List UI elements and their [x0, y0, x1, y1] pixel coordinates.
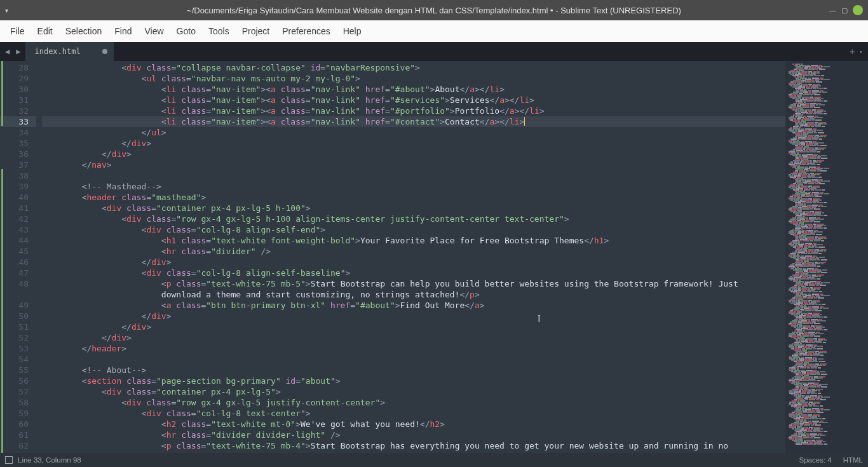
code-line[interactable]: <ul class="navbar-nav ms-auto my-2 my-lg… [42, 73, 785, 84]
minimap[interactable] [785, 61, 868, 453]
menu-tools[interactable]: Tools [202, 26, 236, 36]
history-back-icon[interactable]: ◀ [3, 47, 12, 56]
line-number: 51 [0, 321, 29, 332]
code-line[interactable]: <header class="masthead"> [42, 192, 785, 203]
minimize-button[interactable]: — [829, 6, 836, 14]
code-line[interactable]: <h1 class="text-white font-weight-bold">… [42, 235, 785, 246]
line-number: 41 [0, 203, 29, 213]
line-number: 47 [0, 267, 29, 278]
menu-edit[interactable]: Edit [31, 26, 59, 36]
menu-help[interactable]: Help [337, 26, 368, 36]
code-line[interactable]: <hr class="divider" /> [42, 246, 785, 257]
code-line[interactable]: <hr class="divider divider-light" /> [42, 430, 785, 440]
code-line[interactable] [42, 354, 785, 365]
line-number: 55 [0, 365, 29, 376]
code-line[interactable]: <div class="container px-4 px-lg-5 h-100… [42, 203, 785, 213]
line-number: 40 [0, 192, 29, 203]
line-number: 29 [0, 73, 29, 84]
close-button[interactable] [853, 5, 863, 15]
code-line[interactable]: </header> [42, 343, 785, 354]
code-line[interactable]: <p class="text-white-75 mb-5">Start Boot… [42, 278, 785, 289]
menu-bar: FileEditSelectionFindViewGotoToolsProjec… [0, 20, 868, 42]
menu-preferences[interactable]: Preferences [276, 26, 336, 36]
code-line[interactable]: <div class="row gx-4 gx-lg-5 h-100 align… [42, 213, 785, 224]
indent-setting[interactable]: Spaces: 4 [799, 456, 832, 464]
line-number: 42 [0, 213, 29, 224]
syntax-setting[interactable]: HTML [843, 456, 863, 464]
code-area[interactable]: <div class="collapse navbar-collapse" id… [37, 61, 785, 453]
code-line[interactable]: <li class="nav-item"><a class="nav-link"… [42, 84, 785, 95]
new-tab-icon[interactable]: + [850, 46, 855, 57]
menu-goto[interactable]: Goto [170, 26, 202, 36]
line-number: 54 [0, 354, 29, 365]
line-number: 36 [0, 149, 29, 159]
line-number-gutter: 2829303132333435363738394041424344454647… [0, 61, 37, 453]
code-line[interactable]: <div class="collapse navbar-collapse" id… [42, 62, 785, 73]
code-line[interactable]: </nav> [42, 159, 785, 170]
code-line[interactable]: </div> [42, 257, 785, 267]
code-line[interactable]: download a theme and start customizing, … [42, 289, 785, 300]
code-line[interactable]: <div class="col-lg-8 align-self-end"> [42, 224, 785, 235]
line-number: 28 [0, 62, 29, 73]
line-number: 39 [0, 181, 29, 192]
code-line[interactable]: </div> [42, 138, 785, 149]
code-line[interactable]: <!-- Masthead--> [42, 181, 785, 192]
line-number [0, 289, 29, 300]
line-number: 49 [0, 300, 29, 311]
code-line[interactable]: </div> [42, 149, 785, 159]
line-number: 58 [0, 397, 29, 408]
window-titlebar: ▾ ~/Documents/Eriga Syifaudin/Cara Membu… [0, 0, 868, 20]
line-number: 62 [0, 440, 29, 451]
line-number: 46 [0, 257, 29, 267]
code-line[interactable]: <div class="row gx-4 gx-lg-5 justify-con… [42, 397, 785, 408]
line-number: 48 [0, 278, 29, 289]
code-line[interactable]: <!-- About--> [42, 365, 785, 376]
line-number: 34 [0, 127, 29, 138]
code-line[interactable] [42, 170, 785, 181]
line-number: 60 [0, 419, 29, 430]
window-title: ~/Documents/Eriga Syifaudin/Cara Membuat… [56, 6, 812, 15]
maximize-button[interactable]: ▢ [841, 6, 848, 15]
code-line[interactable]: <a class="btn btn-primary btn-xl" href="… [42, 300, 785, 311]
code-line[interactable]: <div class="col-lg-8 text-center"> [42, 408, 785, 419]
history-forward-icon[interactable]: ▶ [13, 47, 23, 56]
code-line[interactable]: </div> [42, 332, 785, 343]
line-number: 45 [0, 246, 29, 257]
code-line[interactable]: <li class="nav-item"><a class="nav-link"… [42, 105, 785, 116]
line-number: 53 [0, 343, 29, 354]
tab-bar: ◀ ▶ index.html + ▾ [0, 42, 868, 61]
line-number: 30 [0, 84, 29, 95]
code-line[interactable]: <h2 class="text-white mt-0">We've got wh… [42, 419, 785, 430]
tab-index-html[interactable]: index.html [25, 42, 114, 61]
line-number: 35 [0, 138, 29, 149]
menu-find[interactable]: Find [108, 26, 138, 36]
code-line[interactable]: </div> [42, 321, 785, 332]
line-number: 50 [0, 311, 29, 321]
code-line[interactable]: <li class="nav-item"><a class="nav-link"… [42, 116, 785, 127]
menu-file[interactable]: File [4, 26, 31, 36]
text-cursor-icon: I [538, 314, 541, 324]
status-bar: Line 33, Column 98 Spaces: 4 HTML [0, 453, 868, 467]
app-menu-icon[interactable]: ▾ [5, 7, 8, 14]
code-line[interactable]: <section class="page-section bg-primary"… [42, 376, 785, 386]
code-line[interactable]: <p class="text-white-75 mb-4">Start Boot… [42, 440, 785, 451]
code-line[interactable]: </div> [42, 311, 785, 321]
tab-menu-icon[interactable]: ▾ [858, 48, 863, 56]
line-number: 52 [0, 332, 29, 343]
code-line[interactable]: </ul> [42, 127, 785, 138]
code-line[interactable]: <li class="nav-item"><a class="nav-link"… [42, 95, 785, 105]
line-number: 59 [0, 408, 29, 419]
line-number: 61 [0, 430, 29, 440]
line-number: 37 [0, 159, 29, 170]
editor[interactable]: 2829303132333435363738394041424344454647… [0, 61, 868, 453]
tab-label: index.html [34, 47, 80, 56]
code-line[interactable]: <div class="container px-4 px-lg-5"> [42, 386, 785, 397]
menu-view[interactable]: View [139, 26, 170, 36]
sidebar-toggle-icon[interactable] [5, 456, 13, 464]
dirty-indicator-icon [102, 49, 107, 54]
code-line[interactable]: <div class="col-lg-8 align-self-baseline… [42, 267, 785, 278]
line-number: 43 [0, 224, 29, 235]
menu-selection[interactable]: Selection [59, 26, 109, 36]
cursor-position: Line 33, Column 98 [18, 456, 81, 464]
menu-project[interactable]: Project [236, 26, 276, 36]
